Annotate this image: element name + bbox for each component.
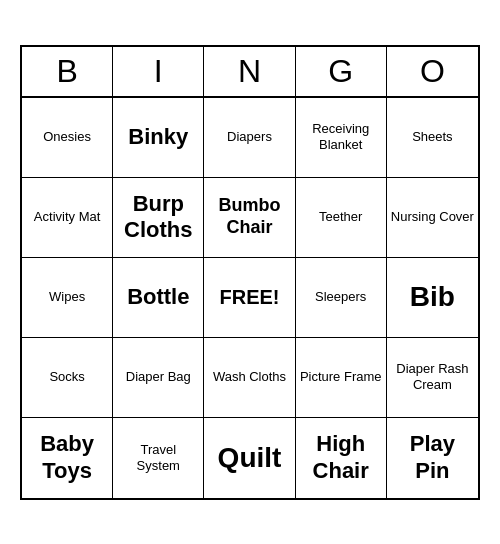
bingo-cell-4: Sheets [387, 98, 478, 178]
bingo-cell-3: Receiving Blanket [296, 98, 387, 178]
bingo-cell-22: Quilt [204, 418, 295, 498]
bingo-grid: OnesiesBinkyDiapersReceiving BlanketShee… [22, 98, 478, 498]
header-letter-i: I [113, 47, 204, 96]
bingo-cell-8: Teether [296, 178, 387, 258]
bingo-card: BINGO OnesiesBinkyDiapersReceiving Blank… [20, 45, 480, 500]
bingo-cell-15: Socks [22, 338, 113, 418]
bingo-cell-7: Bumbo Chair [204, 178, 295, 258]
bingo-cell-23: High Chair [296, 418, 387, 498]
bingo-cell-6: Burp Cloths [113, 178, 204, 258]
header-letter-o: O [387, 47, 478, 96]
bingo-cell-1: Binky [113, 98, 204, 178]
bingo-cell-14: Bib [387, 258, 478, 338]
header-letter-g: G [296, 47, 387, 96]
bingo-cell-11: Bottle [113, 258, 204, 338]
bingo-cell-20: Baby Toys [22, 418, 113, 498]
bingo-cell-2: Diapers [204, 98, 295, 178]
bingo-cell-16: Diaper Bag [113, 338, 204, 418]
bingo-cell-10: Wipes [22, 258, 113, 338]
bingo-cell-24: Play Pin [387, 418, 478, 498]
bingo-cell-21: Travel System [113, 418, 204, 498]
bingo-cell-18: Picture Frame [296, 338, 387, 418]
bingo-cell-17: Wash Cloths [204, 338, 295, 418]
bingo-header: BINGO [22, 47, 478, 98]
bingo-cell-19: Diaper Rash Cream [387, 338, 478, 418]
header-letter-n: N [204, 47, 295, 96]
bingo-cell-13: Sleepers [296, 258, 387, 338]
bingo-cell-0: Onesies [22, 98, 113, 178]
bingo-cell-5: Activity Mat [22, 178, 113, 258]
header-letter-b: B [22, 47, 113, 96]
bingo-cell-9: Nursing Cover [387, 178, 478, 258]
bingo-cell-12: FREE! [204, 258, 295, 338]
